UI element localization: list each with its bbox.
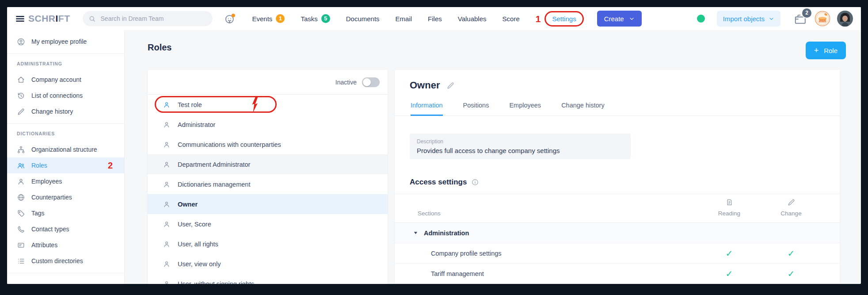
- app-window: SCHRIFT Events 1: [7, 7, 861, 284]
- role-list-item-test-role[interactable]: Test role: [148, 95, 388, 115]
- app-logo: SCHRIFT: [28, 13, 70, 24]
- search-input[interactable]: [100, 15, 207, 23]
- page-title: Roles: [148, 42, 171, 53]
- change-checkmark-icon[interactable]: ✓: [788, 269, 795, 278]
- table-row-company-profile-settings[interactable]: Company profile settings ✓ ✓: [395, 243, 840, 264]
- role-list-item-user-without-signing-rights[interactable]: User, without signing rights: [148, 274, 388, 284]
- role-detail-tabs: Information Positions Employees Change h…: [395, 102, 840, 116]
- chevron-down-icon: [769, 16, 774, 22]
- main-content: Roles + Role Inactive Test role Administ…: [125, 30, 861, 284]
- role-list-item-dictionaries-management[interactable]: Dictionaries management: [148, 174, 388, 194]
- roles-list-header: Inactive: [148, 70, 388, 95]
- reading-column-header: Reading: [705, 198, 754, 217]
- table-group-row-administration[interactable]: Administration: [395, 223, 840, 243]
- sidebar-item-employees[interactable]: Employees: [7, 173, 124, 189]
- tab-employees[interactable]: Employees: [509, 102, 541, 116]
- sidebar: My employee profile ADMINISTRATING Compa…: [7, 30, 125, 284]
- role-list-item-communications[interactable]: Communications with counterparties: [148, 134, 388, 154]
- tab-change-history[interactable]: Change history: [561, 102, 605, 116]
- reading-checkmark-icon[interactable]: ✓: [726, 249, 733, 258]
- divider: [7, 123, 124, 124]
- sidebar-item-change-history[interactable]: Change history: [7, 103, 124, 119]
- pencil-icon: [787, 198, 796, 207]
- roles-list-panel: Inactive Test role Administrator Communi…: [148, 70, 388, 284]
- role-detail-title: Owner: [410, 80, 440, 91]
- sections-column-header: Sections: [395, 210, 705, 217]
- create-button[interactable]: Create: [597, 11, 642, 27]
- role-list-item-administrator[interactable]: Administrator: [148, 115, 388, 134]
- inactive-toggle[interactable]: [362, 77, 380, 87]
- change-checkmark-icon[interactable]: ✓: [788, 249, 795, 258]
- divider: [7, 273, 124, 273]
- annotation-arrow-icon: [251, 96, 259, 113]
- role-list-item-user-all-rights[interactable]: User, all rights: [148, 234, 388, 254]
- sidebar-item-list-of-connections[interactable]: List of connections: [7, 88, 124, 103]
- description-field[interactable]: Description Provides full access to chan…: [410, 134, 631, 159]
- role-detail-panel: Owner Information Positions Employees Ch…: [395, 70, 840, 284]
- sidebar-item-organizational-structure[interactable]: Organizational structure: [7, 142, 124, 157]
- sidebar-item-contact-types[interactable]: Contact types: [7, 221, 124, 237]
- sidebar-item-custom-directories[interactable]: Custom directories: [7, 253, 124, 269]
- sidebar-item-company-account[interactable]: Company account: [7, 72, 124, 88]
- reading-checkmark-icon[interactable]: ✓: [726, 269, 733, 278]
- nav-item-documents[interactable]: Documents: [346, 15, 380, 23]
- document-icon: [725, 198, 734, 207]
- divider: [7, 54, 124, 54]
- tab-positions[interactable]: Positions: [463, 102, 489, 116]
- sidebar-section-administrating: ADMINISTRATING: [17, 61, 124, 66]
- add-role-button[interactable]: + Role: [806, 42, 846, 59]
- user-avatar[interactable]: [837, 11, 853, 27]
- caret-down-icon: [413, 230, 418, 235]
- chevron-down-icon: [629, 16, 635, 22]
- workspace-logo[interactable]: Dream Team: [815, 11, 830, 27]
- annotation-step-1: 1: [536, 14, 541, 23]
- description-label: Description: [417, 138, 624, 145]
- role-list-item-user-view-only[interactable]: User, view only: [148, 254, 388, 274]
- change-column-header: Change: [767, 198, 815, 217]
- sidebar-item-counterparties[interactable]: Counterparties: [7, 189, 124, 205]
- svg-text:Dream Team: Dream Team: [819, 20, 826, 22]
- cases-count-badge: 2: [801, 8, 812, 19]
- global-search[interactable]: [83, 11, 213, 26]
- annotation-step-2: 2: [108, 161, 113, 170]
- nav-item-settings[interactable]: Settings: [544, 11, 583, 27]
- description-value: Provides full access to change company s…: [417, 147, 624, 154]
- presence-status-dot: [697, 15, 705, 23]
- sidebar-item-tags[interactable]: Tags: [7, 205, 124, 221]
- info-icon[interactable]: [471, 178, 479, 186]
- nav-item-tasks[interactable]: Tasks 5: [301, 14, 330, 23]
- mascot-notification-icon[interactable]: [223, 12, 236, 25]
- search-icon: [88, 15, 96, 23]
- sidebar-item-roles[interactable]: Roles 2: [7, 157, 124, 173]
- nav-item-email[interactable]: Email: [396, 15, 412, 23]
- tasks-count-badge: 5: [321, 14, 330, 23]
- role-list-item-owner[interactable]: Owner: [148, 194, 388, 214]
- annotation-circle-test-role: [155, 96, 277, 113]
- import-objects-button[interactable]: Import objects: [717, 11, 780, 27]
- sidebar-item-attributes[interactable]: Attributes: [7, 237, 124, 253]
- inactive-toggle-label: Inactive: [335, 79, 357, 86]
- role-list-item-department-administrator[interactable]: Department Administrator: [148, 154, 388, 174]
- nav-item-events[interactable]: Events 1: [252, 14, 285, 23]
- nav-item-valuables[interactable]: Valuables: [458, 15, 487, 23]
- tab-information[interactable]: Information: [411, 102, 443, 116]
- access-settings-table: Sections Reading Change: [395, 194, 840, 284]
- table-header-row: Sections Reading Change: [395, 194, 840, 223]
- events-count-badge: 1: [276, 14, 285, 23]
- role-list-item-user-score[interactable]: User, Score: [148, 214, 388, 234]
- sidebar-section-dictionaries: DICTIONARIES: [17, 131, 124, 136]
- cases-icon[interactable]: 2: [793, 11, 808, 26]
- plus-icon: +: [814, 46, 819, 55]
- sidebar-item-my-employee-profile[interactable]: My employee profile: [7, 34, 124, 50]
- nav-item-score[interactable]: Score: [503, 15, 520, 23]
- topbar: SCHRIFT Events 1: [7, 7, 861, 30]
- nav-item-files[interactable]: Files: [428, 15, 442, 23]
- edit-role-name-icon[interactable]: [446, 81, 455, 90]
- main-nav: Events 1 Tasks 5 Documents Email Files V…: [223, 11, 584, 27]
- access-settings-title: Access settings: [410, 178, 467, 187]
- hamburger-menu-icon[interactable]: [15, 14, 25, 24]
- table-row-tariff-management[interactable]: Tariff management ✓ ✓: [395, 264, 840, 284]
